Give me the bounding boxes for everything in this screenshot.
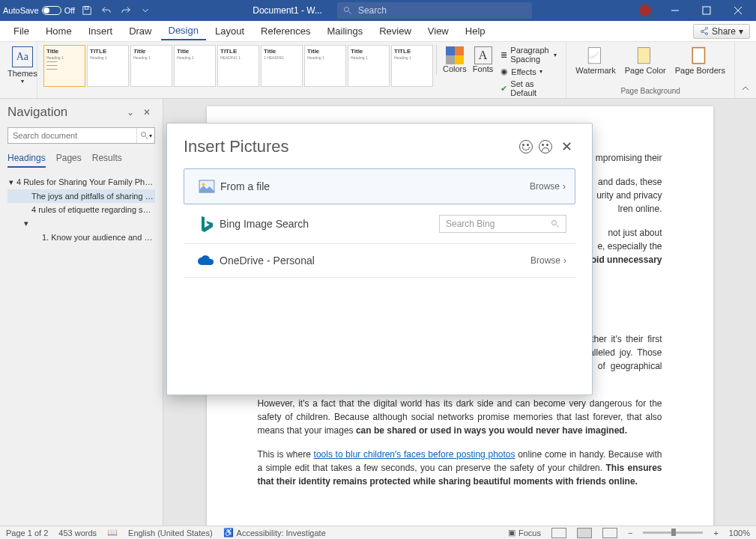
tab-file[interactable]: File: [6, 22, 37, 40]
tab-draw[interactable]: Draw: [121, 22, 159, 40]
nav-close-icon[interactable]: ✕: [139, 106, 155, 119]
bing-search-input[interactable]: Search Bing: [439, 215, 566, 233]
paragraph: However, it's a fact that the digital wo…: [258, 397, 662, 437]
tab-layout[interactable]: Layout: [208, 22, 252, 40]
save-icon[interactable]: [79, 3, 94, 18]
heading-item[interactable]: ▾4 Rules for Sharing Your Family Phot...: [7, 175, 155, 189]
svg-point-9: [202, 183, 205, 186]
tab-review[interactable]: Review: [372, 22, 419, 40]
zoom-slider[interactable]: [643, 532, 703, 534]
tab-help[interactable]: Help: [458, 22, 493, 40]
tab-home[interactable]: Home: [38, 22, 79, 40]
status-page[interactable]: Page 1 of 2: [6, 529, 48, 538]
page-borders-button[interactable]: Page Borders: [672, 45, 728, 76]
undo-icon[interactable]: [99, 3, 114, 18]
colors-label: Colors: [443, 64, 467, 73]
fonts-button[interactable]: A Fonts: [471, 45, 495, 75]
nav-search-input[interactable]: [8, 128, 136, 143]
redo-icon[interactable]: [118, 3, 133, 18]
search-placeholder: Search: [358, 5, 387, 16]
minimize-button[interactable]: [660, 0, 690, 21]
insert-from-file-row[interactable]: From a file Browse›: [184, 168, 575, 204]
insert-onedrive-row[interactable]: OneDrive - Personal Browse›: [184, 244, 575, 278]
bing-placeholder: Search Bing: [446, 219, 551, 229]
nav-search-button[interactable]: ▾: [136, 128, 154, 143]
tab-view[interactable]: View: [420, 22, 456, 40]
colors-button[interactable]: Colors: [441, 45, 468, 75]
dialog-close-button[interactable]: ✕: [558, 138, 575, 155]
bing-icon: [199, 216, 213, 232]
paragraph: This is where tools to blur children's f…: [258, 448, 662, 488]
focus-mode-button[interactable]: ▣ Focus: [508, 528, 541, 538]
collapse-ribbon-button[interactable]: [735, 81, 756, 98]
style-set-item[interactable]: TITLEHeading 1: [87, 45, 129, 87]
share-icon: [700, 27, 709, 36]
themes-button[interactable]: Aa Themes ▾: [6, 45, 39, 86]
nav-search[interactable]: ▾: [7, 127, 155, 144]
print-layout-button[interactable]: [577, 528, 592, 538]
autosave-label: AutoSave: [3, 6, 39, 15]
style-set-item[interactable]: TITLEHEADING 1: [217, 45, 259, 87]
expand-icon: ▾: [9, 177, 16, 187]
bing-label: Bing Image Search: [220, 218, 439, 230]
heading-item[interactable]: 1. Know your audience and se...: [7, 231, 155, 244]
read-mode-button[interactable]: [551, 528, 566, 538]
autosave-toggle[interactable]: AutoSave Off: [3, 6, 75, 15]
tab-mailings[interactable]: Mailings: [320, 22, 371, 40]
feedback-happy-icon[interactable]: [519, 140, 533, 153]
style-set-gallery[interactable]: TitleHeading 1━━━━━━━━━━━━━━━━━━━━━ TITL…: [43, 45, 433, 87]
effects-button[interactable]: ◉Effects▾: [498, 66, 560, 77]
svg-point-7: [141, 133, 145, 137]
chevron-down-icon: ▾: [739, 26, 743, 37]
style-set-item[interactable]: TITLEHeading 1: [391, 45, 433, 87]
watermark-icon: TEXT: [586, 46, 605, 66]
feedback-sad-icon[interactable]: [539, 140, 552, 153]
set-default-button[interactable]: ✔Set as Default: [498, 79, 560, 98]
check-icon: ✔: [501, 84, 507, 94]
insert-pictures-dialog: Insert Pictures ✕ From a file Browse› Bi…: [166, 123, 593, 395]
style-set-item[interactable]: TitleHeading 1━━━━━━━━━━━━━━━━━━━━━: [43, 45, 85, 87]
nav-dropdown-icon[interactable]: ⌄: [122, 106, 139, 119]
watermark-button[interactable]: TEXTWatermark: [572, 45, 618, 76]
autosave-state: Off: [64, 6, 75, 15]
tab-references[interactable]: References: [253, 22, 318, 40]
qat-more-icon[interactable]: [138, 3, 153, 18]
status-spellcheck-icon[interactable]: 📖: [107, 528, 118, 538]
share-button[interactable]: Share ▾: [693, 24, 750, 39]
nav-tab-headings[interactable]: Headings: [7, 153, 46, 168]
heading-item[interactable]: The joys and pitfalls of sharing yo...: [7, 189, 155, 203]
browse-file-link[interactable]: Browse›: [530, 181, 566, 192]
status-language[interactable]: English (United States): [128, 529, 213, 538]
insert-bing-row[interactable]: Bing Image Search Search Bing: [184, 204, 575, 244]
status-accessibility[interactable]: ♿ Accessibility: Investigate: [223, 528, 326, 538]
tab-design[interactable]: Design: [161, 22, 206, 40]
nav-tab-results[interactable]: Results: [92, 153, 122, 168]
zoom-level[interactable]: 100%: [729, 529, 750, 538]
style-set-item[interactable]: TitleHeading 1: [304, 45, 346, 87]
tab-insert[interactable]: Insert: [81, 22, 121, 40]
zoom-in-button[interactable]: +: [713, 529, 718, 538]
zoom-out-button[interactable]: −: [628, 529, 632, 538]
style-set-item[interactable]: TitleHeading 1: [174, 45, 216, 87]
tell-me-search[interactable]: Search: [337, 2, 532, 19]
paragraph-spacing-button[interactable]: ≣Paragraph Spacing▾: [498, 45, 560, 64]
heading-item[interactable]: ▾: [7, 216, 155, 231]
title-bar: AutoSave Off Document1 - W... Search: [0, 0, 756, 21]
page-color-button[interactable]: Page Color: [622, 45, 669, 76]
headings-list: ▾4 Rules for Sharing Your Family Phot...…: [7, 175, 155, 244]
style-set-item[interactable]: TitleHeading 1: [130, 45, 172, 87]
search-icon: [551, 219, 560, 228]
browse-onedrive-link[interactable]: Browse›: [530, 255, 566, 266]
link-blur-tools[interactable]: tools to blur children's faces before po…: [314, 449, 515, 460]
heading-item[interactable]: 4 rules of etiquette regarding sha...: [7, 203, 155, 216]
style-set-item[interactable]: Title1 HEADING: [261, 45, 303, 87]
onedrive-label: OneDrive - Personal: [220, 255, 530, 267]
nav-tab-pages[interactable]: Pages: [56, 153, 82, 168]
style-set-item[interactable]: TitleHeading 1: [348, 45, 390, 87]
navigation-pane: Navigation ⌄ ✕ ▾ Headings Pages Results …: [0, 99, 163, 526]
close-button[interactable]: [723, 0, 753, 21]
maximize-button[interactable]: [692, 0, 722, 21]
web-layout-button[interactable]: [602, 528, 617, 538]
status-words[interactable]: 453 words: [58, 529, 97, 538]
account-avatar[interactable]: [639, 4, 651, 16]
